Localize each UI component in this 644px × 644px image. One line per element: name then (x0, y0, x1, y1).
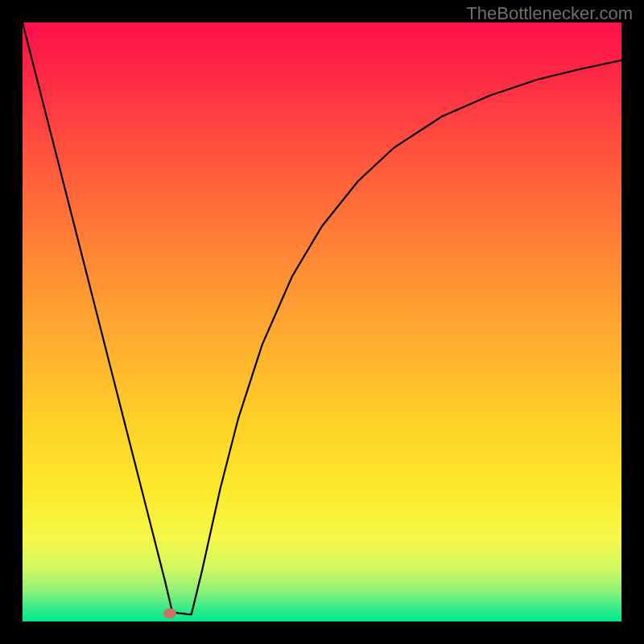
current-config-marker-icon (163, 609, 176, 618)
chart-frame: TheBottlenecker.com (0, 0, 644, 644)
watermark-label: TheBottlenecker.com (466, 3, 633, 24)
plot-area (23, 23, 621, 621)
curve-path (23, 23, 621, 614)
bottleneck-curve (23, 23, 621, 621)
